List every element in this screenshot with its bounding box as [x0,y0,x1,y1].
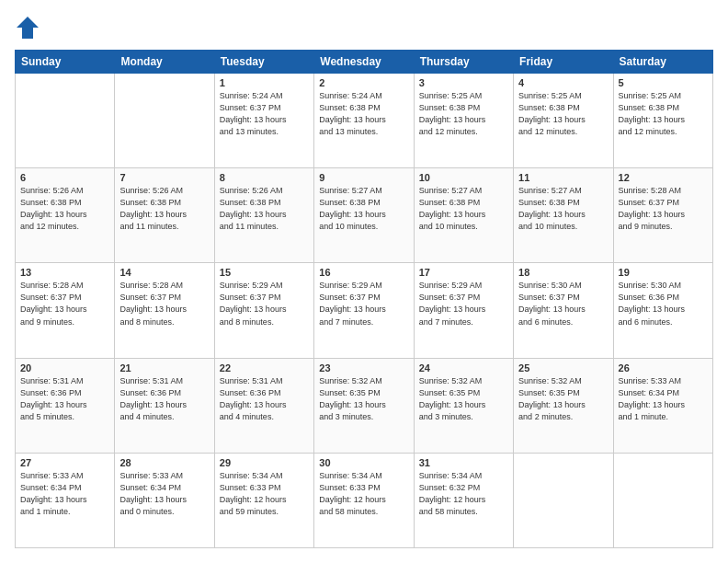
table-row: 27Sunrise: 5:33 AM Sunset: 6:34 PM Dayli… [16,453,115,547]
table-row: 4Sunrise: 5:25 AM Sunset: 6:38 PM Daylig… [514,74,613,168]
day-number: 9 [319,172,408,183]
table-row: 29Sunrise: 5:34 AM Sunset: 6:33 PM Dayli… [214,453,313,547]
table-row [16,74,115,168]
table-row: 31Sunrise: 5:34 AM Sunset: 6:32 PM Dayli… [414,453,513,547]
day-info: Sunrise: 5:33 AM Sunset: 6:34 PM Dayligh… [119,470,209,518]
day-info: Sunrise: 5:25 AM Sunset: 6:38 PM Dayligh… [419,90,508,138]
day-number: 25 [518,362,608,373]
calendar-week-row: 20Sunrise: 5:31 AM Sunset: 6:36 PM Dayli… [16,358,713,453]
day-info: Sunrise: 5:32 AM Sunset: 6:35 PM Dayligh… [319,375,408,423]
table-row: 12Sunrise: 5:28 AM Sunset: 6:37 PM Dayli… [613,168,712,263]
table-row: 26Sunrise: 5:33 AM Sunset: 6:34 PM Dayli… [613,358,712,453]
table-row: 25Sunrise: 5:32 AM Sunset: 6:35 PM Dayli… [514,358,613,453]
day-number: 7 [119,172,209,183]
day-info: Sunrise: 5:24 AM Sunset: 6:38 PM Dayligh… [319,90,408,138]
table-row: 18Sunrise: 5:30 AM Sunset: 6:37 PM Dayli… [514,263,613,358]
day-info: Sunrise: 5:30 AM Sunset: 6:36 PM Dayligh… [619,280,708,327]
table-row: 30Sunrise: 5:34 AM Sunset: 6:33 PM Dayli… [314,453,414,547]
day-number: 4 [518,77,608,88]
day-info: Sunrise: 5:26 AM Sunset: 6:38 PM Dayligh… [119,185,209,233]
day-info: Sunrise: 5:34 AM Sunset: 6:33 PM Dayligh… [319,470,408,518]
day-number: 8 [220,172,309,183]
day-info: Sunrise: 5:33 AM Sunset: 6:34 PM Dayligh… [20,470,109,518]
calendar-day-header: Tuesday [214,51,313,74]
table-row [514,453,613,547]
table-row: 24Sunrise: 5:32 AM Sunset: 6:35 PM Dayli… [414,358,513,453]
table-row [613,453,712,547]
day-info: Sunrise: 5:29 AM Sunset: 6:37 PM Dayligh… [419,280,508,327]
day-info: Sunrise: 5:31 AM Sunset: 6:36 PM Dayligh… [20,375,109,423]
table-row: 23Sunrise: 5:32 AM Sunset: 6:35 PM Dayli… [314,358,414,453]
table-row: 9Sunrise: 5:27 AM Sunset: 6:38 PM Daylig… [314,168,414,263]
day-info: Sunrise: 5:30 AM Sunset: 6:37 PM Dayligh… [518,280,608,327]
calendar-week-row: 1Sunrise: 5:24 AM Sunset: 6:37 PM Daylig… [16,74,713,168]
day-number: 27 [20,457,109,468]
day-info: Sunrise: 5:33 AM Sunset: 6:34 PM Dayligh… [619,375,708,423]
day-info: Sunrise: 5:32 AM Sunset: 6:35 PM Dayligh… [518,375,608,423]
logo-icon [15,15,40,40]
day-info: Sunrise: 5:25 AM Sunset: 6:38 PM Dayligh… [518,90,608,138]
day-number: 31 [419,457,508,468]
day-info: Sunrise: 5:24 AM Sunset: 6:37 PM Dayligh… [220,90,309,138]
day-number: 10 [419,172,508,183]
day-number: 16 [319,267,408,278]
calendar-table: SundayMondayTuesdayWednesdayThursdayFrid… [15,50,713,548]
day-number: 2 [319,77,408,88]
day-info: Sunrise: 5:34 AM Sunset: 6:32 PM Dayligh… [419,470,508,518]
table-row: 8Sunrise: 5:26 AM Sunset: 6:38 PM Daylig… [214,168,313,263]
table-row: 5Sunrise: 5:25 AM Sunset: 6:38 PM Daylig… [613,74,712,168]
day-info: Sunrise: 5:26 AM Sunset: 6:38 PM Dayligh… [220,185,309,233]
table-row: 2Sunrise: 5:24 AM Sunset: 6:38 PM Daylig… [314,74,414,168]
day-info: Sunrise: 5:28 AM Sunset: 6:37 PM Dayligh… [119,280,209,327]
day-number: 5 [619,77,708,88]
calendar-day-header: Friday [514,51,613,74]
day-info: Sunrise: 5:32 AM Sunset: 6:35 PM Dayligh… [419,375,508,423]
day-info: Sunrise: 5:29 AM Sunset: 6:37 PM Dayligh… [319,280,408,327]
day-info: Sunrise: 5:28 AM Sunset: 6:37 PM Dayligh… [20,280,109,327]
table-row: 6Sunrise: 5:26 AM Sunset: 6:38 PM Daylig… [16,168,115,263]
calendar-day-header: Thursday [414,51,513,74]
calendar-week-row: 13Sunrise: 5:28 AM Sunset: 6:37 PM Dayli… [16,263,713,358]
table-row: 28Sunrise: 5:33 AM Sunset: 6:34 PM Dayli… [115,453,214,547]
day-number: 12 [619,172,708,183]
day-number: 21 [119,362,209,373]
day-info: Sunrise: 5:26 AM Sunset: 6:38 PM Dayligh… [20,185,109,233]
day-number: 29 [220,457,309,468]
table-row: 22Sunrise: 5:31 AM Sunset: 6:36 PM Dayli… [214,358,313,453]
table-row: 14Sunrise: 5:28 AM Sunset: 6:37 PM Dayli… [115,263,214,358]
day-number: 14 [119,267,209,278]
logo [15,15,44,40]
calendar-header-row: SundayMondayTuesdayWednesdayThursdayFrid… [16,51,713,74]
calendar-week-row: 27Sunrise: 5:33 AM Sunset: 6:34 PM Dayli… [16,453,713,547]
table-row: 3Sunrise: 5:25 AM Sunset: 6:38 PM Daylig… [414,74,513,168]
day-number: 23 [319,362,408,373]
table-row: 21Sunrise: 5:31 AM Sunset: 6:36 PM Dayli… [115,358,214,453]
day-info: Sunrise: 5:27 AM Sunset: 6:38 PM Dayligh… [419,185,508,233]
table-row: 11Sunrise: 5:27 AM Sunset: 6:38 PM Dayli… [514,168,613,263]
day-number: 11 [518,172,608,183]
table-row: 1Sunrise: 5:24 AM Sunset: 6:37 PM Daylig… [214,74,313,168]
calendar-day-header: Wednesday [314,51,414,74]
day-number: 13 [20,267,109,278]
table-row: 16Sunrise: 5:29 AM Sunset: 6:37 PM Dayli… [314,263,414,358]
day-number: 15 [220,267,309,278]
day-number: 20 [20,362,109,373]
calendar-day-header: Sunday [16,51,115,74]
day-info: Sunrise: 5:27 AM Sunset: 6:38 PM Dayligh… [518,185,608,233]
day-info: Sunrise: 5:34 AM Sunset: 6:33 PM Dayligh… [220,470,309,518]
day-info: Sunrise: 5:28 AM Sunset: 6:37 PM Dayligh… [619,185,708,233]
day-info: Sunrise: 5:31 AM Sunset: 6:36 PM Dayligh… [220,375,309,423]
table-row: 7Sunrise: 5:26 AM Sunset: 6:38 PM Daylig… [115,168,214,263]
day-number: 26 [619,362,708,373]
day-info: Sunrise: 5:27 AM Sunset: 6:38 PM Dayligh… [319,185,408,233]
svg-marker-0 [17,17,39,39]
day-number: 17 [419,267,508,278]
day-number: 19 [619,267,708,278]
table-row: 13Sunrise: 5:28 AM Sunset: 6:37 PM Dayli… [16,263,115,358]
day-number: 18 [518,267,608,278]
calendar-day-header: Monday [115,51,214,74]
table-row: 19Sunrise: 5:30 AM Sunset: 6:36 PM Dayli… [613,263,712,358]
page: SundayMondayTuesdayWednesdayThursdayFrid… [0,0,728,563]
table-row: 20Sunrise: 5:31 AM Sunset: 6:36 PM Dayli… [16,358,115,453]
day-number: 22 [220,362,309,373]
